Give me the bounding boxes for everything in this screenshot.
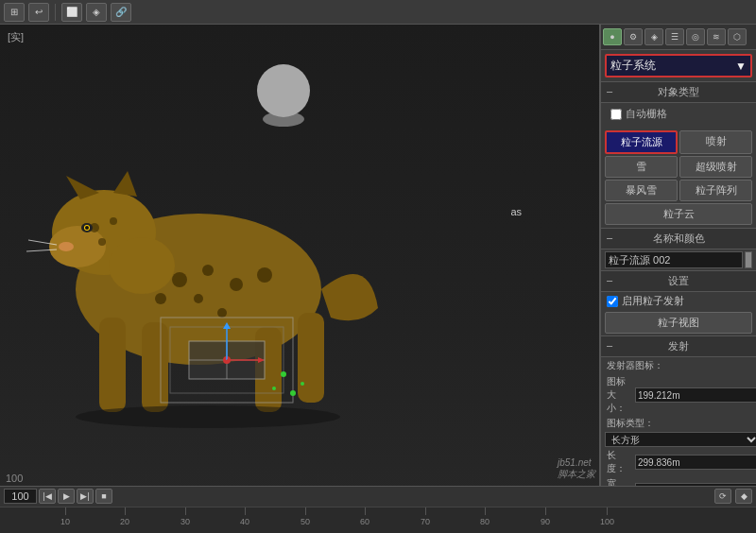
svg-point-3 bbox=[49, 226, 106, 267]
type-btn-particle-cloud[interactable]: 粒子云 bbox=[605, 203, 752, 225]
timeline-tick-40: 40 bbox=[240, 507, 249, 533]
svg-point-37 bbox=[281, 371, 286, 377]
timeline-tick-10: 10 bbox=[60, 507, 70, 533]
viewport-bottom-label: 100 bbox=[6, 473, 23, 484]
timeline-tick-70: 70 bbox=[421, 507, 430, 533]
icon-size-label: 图标大小： bbox=[607, 375, 633, 415]
svg-point-42 bbox=[263, 112, 304, 127]
dropdown-arrow-icon: ▼ bbox=[735, 60, 747, 73]
timeline-ruler: 102030405060708090100 bbox=[0, 507, 756, 533]
toolbar-btn-3[interactable]: ⬜ bbox=[61, 3, 82, 22]
svg-point-23 bbox=[59, 242, 74, 251]
svg-point-2 bbox=[109, 237, 175, 294]
svg-marker-5 bbox=[113, 171, 137, 197]
icon-type-dropdown[interactable]: 长方形 bbox=[605, 432, 756, 447]
panel-icon-7[interactable]: ⬡ bbox=[728, 28, 747, 45]
icon-size-input[interactable] bbox=[635, 387, 756, 403]
toolbar-btn-5[interactable]: 🔗 bbox=[111, 3, 131, 22]
name-input[interactable] bbox=[605, 251, 743, 268]
svg-point-39 bbox=[272, 387, 276, 390]
type-btn-spray[interactable]: 喷射 bbox=[679, 130, 752, 154]
svg-point-13 bbox=[194, 294, 203, 303]
svg-rect-6 bbox=[99, 318, 126, 412]
leopard-svg bbox=[9, 43, 416, 450]
type-btn-particle-array[interactable]: 粒子阵列 bbox=[679, 180, 752, 201]
svg-point-11 bbox=[202, 265, 214, 276]
leopard-model bbox=[9, 43, 406, 478]
svg-point-38 bbox=[301, 382, 304, 386]
length-input[interactable] bbox=[635, 455, 756, 470]
svg-point-14 bbox=[155, 293, 166, 304]
watermark-subtext: 脚本之家 bbox=[558, 469, 595, 479]
svg-point-18 bbox=[110, 217, 117, 225]
name-color-row bbox=[601, 249, 756, 270]
type-btn-particle-flow[interactable]: 粒子流源 bbox=[605, 130, 678, 154]
timeline-controls: |◀ ▶ ▶| ■ ⟳ ◆ bbox=[0, 487, 756, 507]
particle-dropdown-label: 粒子系统 bbox=[610, 58, 656, 74]
section-header-emit: 发射 bbox=[601, 335, 756, 357]
right-panel: ● ⚙ ◈ ☰ ◎ ≋ ⬡ 粒子系统 ▼ 对象类型 自动栅格 粒子流源 bbox=[600, 25, 756, 533]
particle-view-button[interactable]: 粒子视图 bbox=[605, 312, 752, 334]
timeline-counter[interactable] bbox=[4, 489, 37, 504]
auto-grid-checkbox[interactable] bbox=[610, 109, 622, 120]
timeline-tick-80: 80 bbox=[480, 507, 490, 533]
timeline-tick-30: 30 bbox=[180, 507, 190, 533]
type-btn-super-spray[interactable]: 超级喷射 bbox=[679, 156, 752, 178]
particle-system-dropdown[interactable]: 粒子系统 ▼ bbox=[605, 54, 752, 77]
particle-type-grid: 粒子流源 喷射 雪 超级喷射 暴风雪 粒子阵列 粒子云 bbox=[601, 128, 756, 228]
toolbar-btn-4[interactable]: ◈ bbox=[86, 3, 107, 22]
svg-point-19 bbox=[98, 238, 106, 246]
section-header-settings: 设置 bbox=[601, 270, 756, 292]
object-type-subsection: 自动栅格 bbox=[601, 103, 756, 128]
viewport-label: [实] bbox=[8, 30, 24, 44]
timeline-tick-100: 100 bbox=[600, 507, 614, 533]
next-frame-button[interactable]: ▶| bbox=[77, 489, 94, 504]
panel-icon-6[interactable]: ≋ bbox=[707, 28, 726, 45]
panel-icon-4[interactable]: ☰ bbox=[665, 28, 684, 45]
panel-icon-2[interactable]: ⚙ bbox=[624, 28, 643, 45]
enable-emit-label: 启用粒子发射 bbox=[622, 294, 684, 308]
panel-icon-5[interactable]: ◎ bbox=[686, 28, 705, 45]
section-header-object-type: 对象类型 bbox=[601, 81, 756, 103]
emitter-icon-label: 发射器图标： bbox=[607, 359, 663, 372]
svg-rect-7 bbox=[142, 322, 168, 412]
viewport[interactable]: [实] bbox=[0, 25, 600, 533]
color-swatch[interactable] bbox=[745, 251, 752, 268]
timeline-mode-btn[interactable]: ⟳ bbox=[714, 489, 731, 504]
svg-rect-9 bbox=[298, 313, 324, 403]
timeline-key-btn[interactable]: ◆ bbox=[735, 489, 752, 504]
svg-point-10 bbox=[172, 272, 187, 287]
panel-icon-bar: ● ⚙ ◈ ☰ ◎ ≋ ⬡ bbox=[601, 25, 756, 50]
icon-size-row: 图标大小： bbox=[601, 374, 756, 416]
icon-type-label: 图标类型： bbox=[607, 417, 654, 430]
auto-grid-row: 自动栅格 bbox=[607, 107, 750, 121]
enable-emit-row: 启用粒子发射 bbox=[601, 292, 756, 310]
panel-icon-3[interactable]: ◈ bbox=[644, 28, 663, 45]
icon-type-row: 图标类型： bbox=[601, 416, 756, 431]
watermark-text: jb51.net bbox=[558, 457, 592, 468]
as-overlay-text: as bbox=[510, 206, 522, 217]
playback-buttons: |◀ ▶ ▶| ■ bbox=[39, 489, 112, 504]
length-label: 长度： bbox=[607, 449, 633, 475]
emitter-icon-row: 发射器图标： bbox=[601, 357, 756, 374]
top-toolbar: ⊞ ↩ ⬜ ◈ 🔗 bbox=[0, 0, 756, 25]
type-btn-blizzard[interactable]: 暴风雪 bbox=[605, 180, 678, 201]
panel-icon-particle[interactable]: ● bbox=[603, 28, 622, 45]
toolbar-btn-1[interactable]: ⊞ bbox=[4, 3, 25, 22]
timeline-tick-50: 50 bbox=[301, 507, 310, 533]
stop-button[interactable]: ■ bbox=[95, 489, 112, 504]
bottom-timeline-bar: |◀ ▶ ▶| ■ ⟳ ◆ 102030405060708090100 bbox=[0, 486, 756, 533]
length-row: 长度： bbox=[601, 448, 756, 476]
main-layout: [实] bbox=[0, 25, 756, 533]
timeline-bar[interactable]: 102030405060708090100 bbox=[0, 507, 756, 533]
svg-point-22 bbox=[85, 226, 89, 230]
prev-frame-button[interactable]: |◀ bbox=[39, 489, 56, 504]
play-button[interactable]: ▶ bbox=[58, 489, 75, 504]
toolbar-btn-2[interactable]: ↩ bbox=[28, 3, 49, 22]
enable-emit-checkbox[interactable] bbox=[607, 296, 618, 307]
timeline-tick-60: 60 bbox=[360, 507, 369, 533]
auto-grid-label: 自动栅格 bbox=[626, 107, 667, 121]
section-header-name-color: 名称和颜色 bbox=[601, 228, 756, 249]
svg-point-40 bbox=[290, 390, 296, 396]
type-btn-snow[interactable]: 雪 bbox=[605, 156, 678, 178]
